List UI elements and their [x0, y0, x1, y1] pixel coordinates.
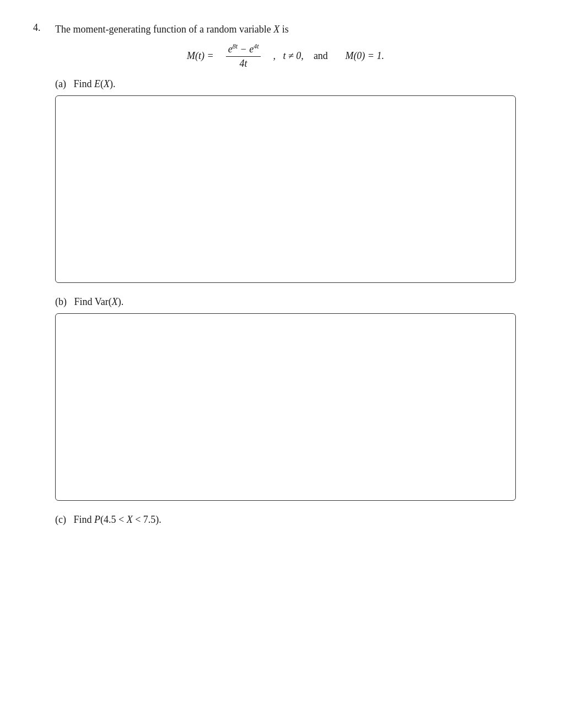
question-number: 4.	[33, 22, 55, 34]
part-b-letter: (b)	[55, 296, 67, 307]
formula-boundary: M(0) = 1.	[338, 50, 384, 62]
answer-box-b[interactable]	[55, 313, 516, 501]
variable-x: X	[273, 24, 279, 35]
question-text: The moment-generating function of a rand…	[55, 22, 289, 37]
formula-numerator: e8t − e4t	[226, 42, 261, 57]
part-a-letter: (a)	[55, 78, 66, 89]
formula-condition: , t ≠ 0,	[273, 50, 303, 62]
question-header: 4. The moment-generating function of a r…	[33, 22, 538, 37]
formula-denominator: 4t	[238, 57, 250, 69]
part-a-label: (a) Find E(X).	[55, 78, 538, 90]
formula-block: M(t) = e8t − e4t 4t , t ≠ 0, and M(0) = …	[33, 42, 538, 69]
formula-lhs: M(t) =	[187, 50, 214, 62]
formula-and: and	[314, 50, 328, 62]
answer-box-a[interactable]	[55, 95, 516, 283]
part-c-letter: (c)	[55, 514, 66, 525]
part-b-label: (b) Find Var(X).	[55, 296, 538, 308]
part-c-label: (c) Find P(4.5 < X < 7.5).	[55, 514, 538, 526]
formula-fraction: e8t − e4t 4t	[226, 42, 261, 69]
